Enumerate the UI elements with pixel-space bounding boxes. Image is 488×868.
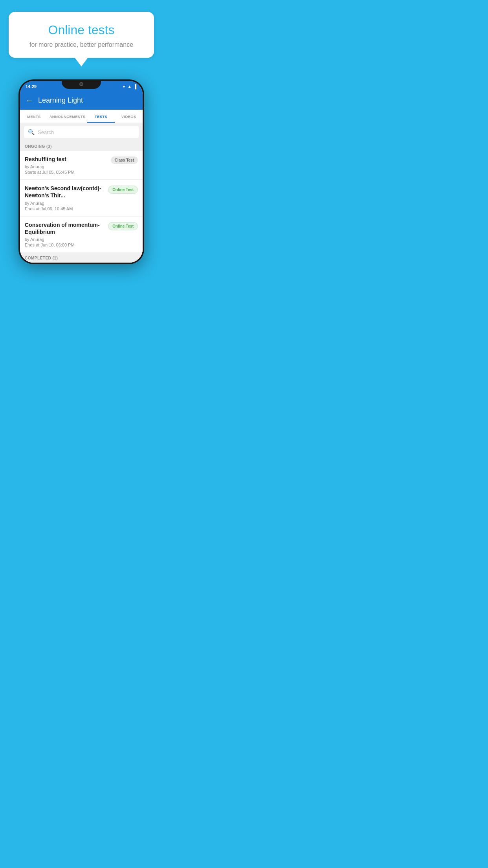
signal-icon: ▲ — [127, 84, 132, 89]
search-box[interactable]: 🔍 Search — [24, 126, 139, 138]
speech-bubble-container: Online tests for more practice, better p… — [0, 0, 163, 58]
tabs-bar: MENTS ANNOUNCEMENTS TESTS VIDEOS — [20, 110, 143, 123]
test-time-1: Starts at Jul 05, 05:45 PM — [25, 170, 108, 175]
phone-screen: 14:29 ▼ ▲ ▐ ← Learning Light MENTS ANNOU… — [20, 81, 143, 263]
ongoing-section-header: ONGOING (3) — [20, 141, 143, 151]
test-title-3: Conservation of momentum-Equilibrium — [25, 221, 105, 235]
search-container: 🔍 Search — [20, 123, 143, 141]
test-time-2: Ends at Jul 06, 10:45 AM — [25, 206, 105, 211]
bubble-subtitle: for more practice, better performance — [20, 41, 142, 48]
test-card-1[interactable]: Reshuffling test by Anurag Starts at Jul… — [20, 151, 143, 180]
phone-mockup: 14:29 ▼ ▲ ▐ ← Learning Light MENTS ANNOU… — [18, 79, 144, 264]
status-time: 14:29 — [26, 84, 37, 89]
tab-announcements[interactable]: ANNOUNCEMENTS — [48, 110, 87, 123]
test-card-2[interactable]: Newton's Second law(contd)-Newton's Thir… — [20, 180, 143, 216]
bubble-title: Online tests — [20, 23, 142, 37]
test-info-3: Conservation of momentum-Equilibrium by … — [25, 221, 108, 247]
search-icon: 🔍 — [28, 129, 35, 135]
test-badge-3: Online Test — [108, 222, 138, 230]
test-title-1: Reshuffling test — [25, 156, 108, 163]
back-button[interactable]: ← — [26, 96, 33, 105]
test-badge-1: Class Test — [111, 156, 138, 164]
test-author-3: by Anurag — [25, 237, 105, 242]
battery-icon: ▐ — [133, 84, 136, 89]
phone-frame: 14:29 ▼ ▲ ▐ ← Learning Light MENTS ANNOU… — [18, 79, 144, 264]
tab-tests[interactable]: TESTS — [87, 110, 115, 123]
test-info-2: Newton's Second law(contd)-Newton's Thir… — [25, 185, 108, 211]
app-header: ← Learning Light — [20, 92, 143, 110]
search-input[interactable]: Search — [38, 129, 54, 135]
completed-section-header: COMPLETED (1) — [20, 253, 143, 263]
status-icons: ▼ ▲ ▐ — [122, 84, 136, 89]
test-time-3: Ends at Jun 10, 06:00 PM — [25, 243, 105, 247]
test-author-1: by Anurag — [25, 164, 108, 169]
tab-ments[interactable]: MENTS — [20, 110, 48, 123]
wifi-icon: ▼ — [122, 85, 126, 89]
phone-notch — [62, 79, 101, 89]
phone-camera — [79, 82, 83, 86]
content-area: ONGOING (3) Reshuffling test by Anurag S… — [20, 141, 143, 263]
speech-bubble: Online tests for more practice, better p… — [9, 12, 154, 58]
test-card-3[interactable]: Conservation of momentum-Equilibrium by … — [20, 217, 143, 252]
test-badge-2: Online Test — [108, 186, 138, 194]
test-info-1: Reshuffling test by Anurag Starts at Jul… — [25, 156, 111, 175]
app-title: Learning Light — [38, 96, 83, 105]
tab-videos[interactable]: VIDEOS — [115, 110, 143, 123]
test-author-2: by Anurag — [25, 201, 105, 206]
test-title-2: Newton's Second law(contd)-Newton's Thir… — [25, 185, 105, 199]
